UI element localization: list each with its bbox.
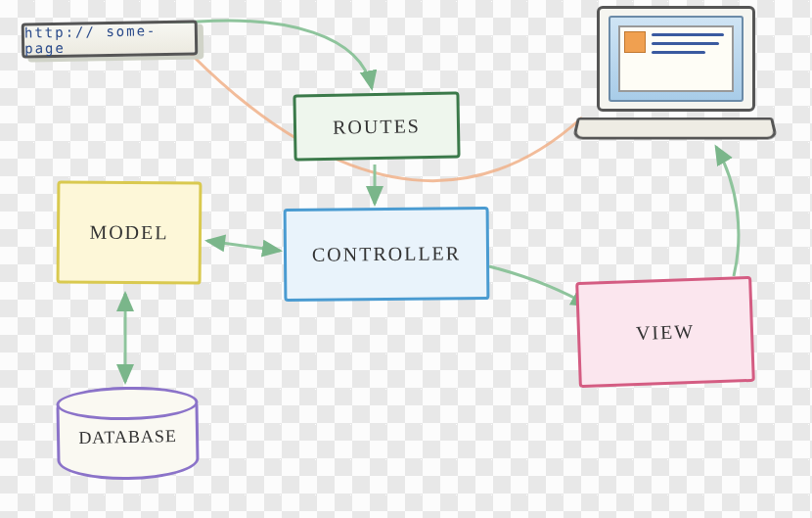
url-text: http:// some-page (24, 22, 196, 56)
database-label: DATABASE (78, 426, 177, 448)
rendered-page-mock (618, 25, 734, 92)
view-label: VIEW (636, 319, 696, 344)
database-cylinder: DATABASE (56, 386, 200, 482)
page-text-lines (652, 31, 728, 86)
routes-label: ROUTES (333, 115, 421, 139)
diagram-canvas: http:// some-page ROUTES CONTROLLER MODE… (0, 0, 812, 518)
url-bar: http:// some-page (22, 20, 199, 58)
view-box: VIEW (575, 276, 755, 388)
controller-label: CONTROLLER (312, 242, 461, 265)
routes-box: ROUTES (293, 92, 460, 162)
controller-box: CONTROLLER (284, 207, 490, 302)
laptop-icon (577, 6, 773, 143)
page-thumbnail-icon (624, 31, 646, 53)
model-label: MODEL (89, 221, 168, 245)
model-box: MODEL (57, 180, 203, 284)
laptop-window (609, 16, 744, 102)
laptop-keyboard (572, 118, 778, 139)
